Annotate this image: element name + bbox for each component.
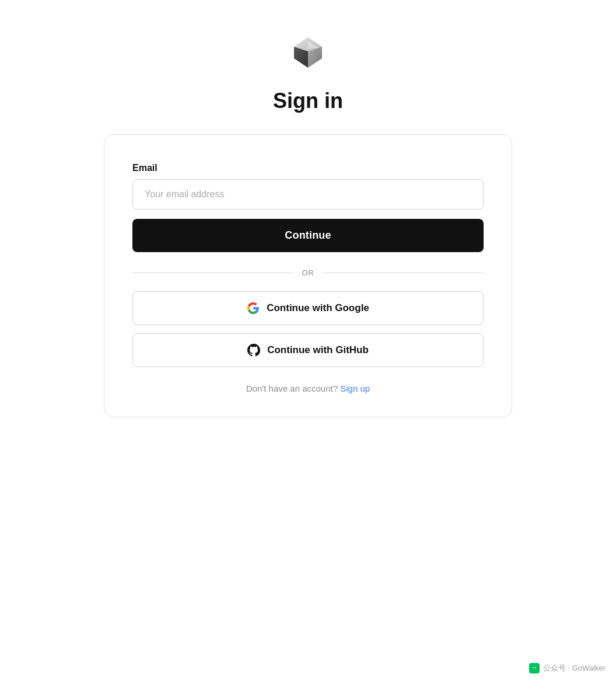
or-divider: OR bbox=[132, 268, 484, 277]
logo-container bbox=[289, 35, 327, 72]
divider-line-left bbox=[132, 273, 293, 273]
svg-point-4 bbox=[533, 667, 534, 668]
google-signin-button[interactable]: Continue with Google bbox=[132, 291, 484, 325]
google-button-label: Continue with Google bbox=[267, 302, 369, 314]
signup-row: Don't have an account? Sign up bbox=[132, 383, 484, 393]
continue-button[interactable]: Continue bbox=[132, 219, 484, 252]
app-logo-icon bbox=[289, 35, 327, 72]
github-button-label: Continue with GitHub bbox=[267, 344, 369, 356]
wechat-icon bbox=[529, 663, 540, 673]
page-title: Sign in bbox=[273, 89, 343, 113]
sign-in-card: Email Continue OR Continue with Google C… bbox=[104, 134, 512, 417]
github-signin-button[interactable]: Continue with GitHub bbox=[132, 333, 484, 367]
signup-link[interactable]: Sign up bbox=[340, 383, 370, 393]
google-icon bbox=[247, 302, 260, 315]
watermark-text: 公众号 · GoWalker bbox=[543, 663, 606, 673]
watermark: 公众号 · GoWalker bbox=[529, 663, 606, 673]
email-input[interactable] bbox=[132, 179, 484, 210]
divider-text: OR bbox=[293, 268, 324, 277]
email-label: Email bbox=[132, 163, 484, 173]
github-icon bbox=[247, 344, 260, 357]
divider-line-right bbox=[323, 273, 484, 273]
svg-point-5 bbox=[535, 667, 536, 668]
signup-prompt: Don't have an account? bbox=[246, 383, 338, 393]
